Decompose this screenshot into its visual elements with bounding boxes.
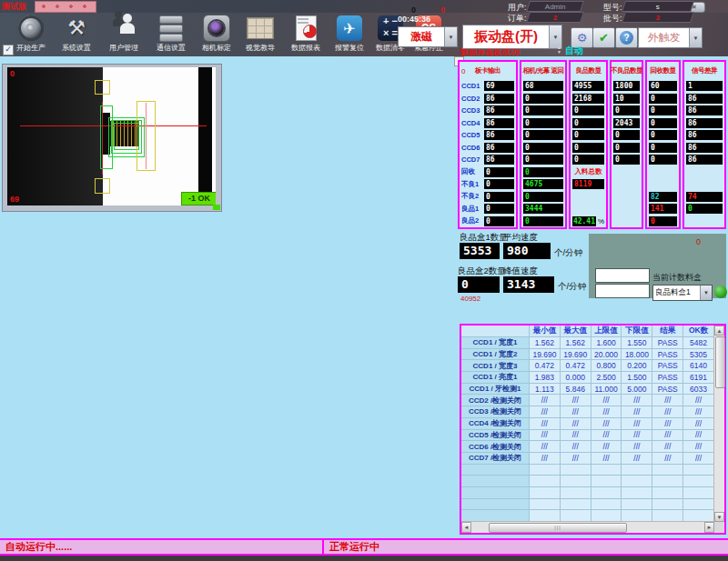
stats-cell: 0	[647, 154, 679, 166]
toolbar-button-start-production[interactable]: 开始生产	[7, 15, 55, 56]
stats-cell: 42.41%	[571, 215, 606, 228]
stats-column-header: 板卡输出	[460, 62, 516, 80]
camera-image: 0 69 -1 OK	[7, 67, 216, 205]
results-cell: ///	[683, 395, 714, 406]
results-cell	[561, 499, 592, 511]
scrollbar-thumb[interactable]	[715, 336, 725, 388]
confirm-button[interactable]: ✔	[592, 27, 615, 48]
stats-value: 86	[686, 130, 723, 140]
results-cell: 6140	[683, 360, 714, 372]
stats-cell	[612, 215, 642, 228]
results-header-cell: OK数	[683, 326, 714, 337]
results-cell: 19.690	[561, 349, 592, 361]
stats-cell: 86	[684, 93, 724, 105]
current-box-combo[interactable]: 良品料盒1 ▼	[652, 285, 713, 301]
help-button[interactable]: ?	[615, 27, 638, 48]
auto-checkbox[interactable]: ✓	[3, 45, 14, 55]
toolbar-button-camera-calibration[interactable]: 相机标定	[193, 15, 240, 56]
peak-speed-unit: 个/分钟	[558, 281, 586, 293]
table-row: CCD1 / 亮度11.9830.0002.5001.500PASS6191	[461, 372, 714, 384]
stats-value: 0	[572, 143, 604, 153]
results-cell: ///	[652, 395, 683, 406]
results-cell: PASS	[652, 372, 683, 384]
toolbar-button-user-management[interactable]: 用户管理	[100, 15, 147, 56]
toolbar-button-vision-teaching[interactable]: 视觉教导	[237, 15, 284, 56]
stats-cell: 0	[521, 129, 565, 142]
auto-spinner[interactable]: ▲▼	[555, 45, 563, 55]
model-field[interactable]: s	[622, 1, 694, 12]
toolbar-button-comm-settings[interactable]: 通信设置	[147, 15, 195, 56]
stats-cell: 86	[684, 129, 724, 142]
table-row	[461, 499, 714, 511]
horizontal-scrollbar[interactable]: ◄ ||| ►	[461, 521, 714, 533]
stats-cell: 0	[684, 203, 724, 215]
count-input-1[interactable]	[595, 268, 650, 283]
results-cell: ///	[561, 395, 592, 406]
vibration-combo[interactable]: 振动盘(开) ▼	[462, 25, 562, 49]
results-cell: 18.000	[622, 349, 652, 361]
results-cell: PASS	[652, 349, 683, 361]
scroll-left-icon[interactable]: ◄	[461, 522, 471, 533]
stats-column-4: 回收数显60000000821410	[645, 60, 681, 229]
vertical-scrollbar[interactable]: ▲ ▼	[713, 326, 724, 522]
scroll-right-icon[interactable]: ►	[704, 522, 714, 533]
results-cell: 0.472	[561, 360, 592, 372]
stats-value: 74	[686, 192, 723, 202]
chevron-down-icon[interactable]: ▼	[444, 27, 457, 46]
toolbar-button-system-settings[interactable]: ⚒系统设置	[53, 15, 100, 56]
toolbar-button-label: 系统设置	[53, 43, 100, 53]
scroll-up-icon[interactable]: ▲	[714, 326, 724, 336]
results-cell	[592, 499, 622, 511]
results-cell: ///	[652, 441, 683, 453]
table-row: CCD4 /检测关闭//////////////////	[461, 418, 714, 430]
results-cell: ///	[622, 430, 652, 442]
stats-cell: 2043	[612, 117, 642, 130]
excite-combo[interactable]: 激磁 ▼	[398, 26, 458, 47]
stats-column-2: 良品数显4955216800000入料总数811942.41%	[569, 60, 608, 229]
stats-value: 0	[649, 105, 677, 115]
results-cell	[652, 487, 683, 499]
toolbar-button-data-report[interactable]: 数据报表	[282, 15, 329, 56]
results-cell	[652, 499, 683, 511]
tools-icon: ⚒	[63, 15, 90, 42]
stats-cell: 0	[647, 215, 679, 228]
scroll-down-icon[interactable]: ▼	[714, 512, 724, 522]
user-field[interactable]: Admin	[526, 1, 584, 12]
stats-row-label: CCD1	[461, 82, 484, 90]
results-cell: ///	[530, 430, 561, 442]
camera-lens-icon	[203, 15, 230, 42]
table-row	[461, 476, 714, 487]
users-icon	[110, 15, 137, 42]
results-cell: 5.846	[561, 384, 592, 396]
stats-value: 69	[484, 81, 514, 91]
results-row-label: CCD1 / 亮度1	[461, 372, 530, 384]
stats-row-label: CCD3	[461, 106, 484, 115]
stats-value: 0	[686, 204, 723, 214]
results-cell	[561, 487, 592, 499]
results-cell: ///	[592, 418, 622, 430]
run-timer: 00:45:36	[398, 15, 430, 24]
batch-field[interactable]: 2	[622, 12, 694, 23]
camera-counter-bottom: 69	[10, 195, 19, 204]
count-input-2[interactable]	[595, 284, 650, 298]
stats-row-label: 不良1	[461, 180, 484, 189]
stats-cell: 74	[684, 191, 724, 204]
stats-corner-count: 0	[461, 67, 465, 75]
stats-cell: 0	[612, 129, 642, 142]
chevron-down-icon[interactable]: ▼	[700, 286, 712, 300]
stats-cell: 0	[571, 105, 606, 117]
main-window: 测试版 — ✕ 开始生产⚒系统设置用户管理通信设置相机标定视觉教导数据报表✈报警…	[0, 0, 728, 561]
chevron-down-icon[interactable]: ▼	[689, 28, 702, 47]
stats-cell: 0	[521, 215, 565, 228]
stats-column-0: 0板卡输出CCD169CCD286CCD386CCD486CCD586CCD68…	[458, 60, 518, 229]
ext-trigger-combo[interactable]: 外触发 ▼	[638, 27, 703, 48]
order-field[interactable]: 2	[526, 12, 584, 23]
results-cell: ///	[683, 418, 714, 430]
results-cell: 1.113	[530, 384, 561, 396]
scrollbar-thumb[interactable]: |||	[489, 523, 627, 533]
status-corner-indicator	[213, 205, 220, 210]
stats-cell: 良品10	[460, 203, 516, 215]
stats-cell: 0	[521, 142, 565, 155]
table-row: CCD6 /检测关闭//////////////////	[461, 441, 714, 453]
stats-value: 0	[649, 216, 677, 226]
